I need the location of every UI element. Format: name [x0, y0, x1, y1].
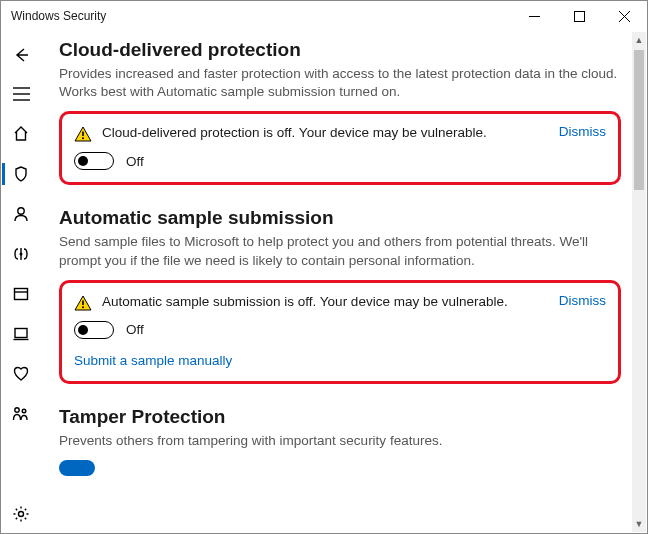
- svg-rect-1: [575, 11, 585, 21]
- nav-family[interactable]: [1, 395, 41, 433]
- sidebar: [1, 31, 41, 533]
- app-browser-icon: [12, 285, 30, 303]
- auto-sample-toggle[interactable]: [74, 321, 114, 339]
- nav-menu-button[interactable]: [1, 75, 41, 113]
- dismiss-link[interactable]: Dismiss: [559, 293, 606, 308]
- section-heading: Cloud-delivered protection: [59, 39, 621, 61]
- section-desc: Prevents others from tampering with impo…: [59, 432, 621, 450]
- section-heading: Tamper Protection: [59, 406, 621, 428]
- svg-rect-9: [15, 289, 28, 300]
- dismiss-link[interactable]: Dismiss: [559, 124, 606, 139]
- back-button[interactable]: [1, 37, 41, 73]
- content-area: Cloud-delivered protection Provides incr…: [41, 31, 647, 533]
- back-arrow-icon: [12, 46, 30, 64]
- nav-device-performance[interactable]: [1, 355, 41, 393]
- nav-device-security[interactable]: [1, 315, 41, 353]
- section-auto-sample: Automatic sample submission Send sample …: [59, 207, 621, 383]
- svg-point-15: [19, 512, 24, 517]
- svg-point-13: [15, 408, 19, 412]
- app-body: Cloud-delivered protection Provides incr…: [1, 31, 647, 533]
- nav-home[interactable]: [1, 115, 41, 153]
- family-icon: [11, 405, 31, 423]
- toggle-state-label: Off: [126, 322, 144, 337]
- scrollbar-thumb[interactable]: [634, 50, 644, 190]
- network-icon: [11, 245, 31, 263]
- section-desc: Send sample files to Microsoft to help p…: [59, 233, 621, 269]
- section-tamper: Tamper Protection Prevents others from t…: [59, 406, 621, 476]
- cloud-toggle[interactable]: [74, 152, 114, 170]
- nav-app-browser[interactable]: [1, 275, 41, 313]
- svg-point-8: [20, 253, 23, 256]
- shield-icon: [12, 165, 30, 183]
- nav-account[interactable]: [1, 195, 41, 233]
- submit-sample-link[interactable]: Submit a sample manually: [74, 353, 232, 368]
- svg-point-7: [18, 208, 24, 214]
- toggle-state-label: Off: [126, 154, 144, 169]
- scroll-up-icon[interactable]: ▲: [632, 32, 646, 48]
- warning-icon: [74, 126, 92, 142]
- heart-icon: [12, 365, 30, 383]
- titlebar: Windows Security: [1, 1, 647, 31]
- maximize-button[interactable]: [557, 1, 602, 31]
- warning-text: Cloud-delivered protection is off. Your …: [102, 124, 549, 142]
- nav-settings[interactable]: [1, 495, 41, 533]
- warning-block-cloud: Cloud-delivered protection is off. Your …: [59, 111, 621, 185]
- warning-icon: [74, 295, 92, 311]
- svg-point-17: [82, 138, 84, 140]
- svg-point-19: [82, 306, 84, 308]
- section-cloud-protection: Cloud-delivered protection Provides incr…: [59, 39, 621, 185]
- window-title: Windows Security: [11, 9, 106, 23]
- nav-firewall[interactable]: [1, 235, 41, 273]
- section-heading: Automatic sample submission: [59, 207, 621, 229]
- svg-point-14: [22, 409, 26, 413]
- device-icon: [12, 325, 30, 343]
- close-button[interactable]: [602, 1, 647, 31]
- minimize-button[interactable]: [512, 1, 557, 31]
- nav-virus-protection[interactable]: [1, 155, 41, 193]
- app-window: Windows Security: [0, 0, 648, 534]
- warning-block-auto: Automatic sample submission is off. Your…: [59, 280, 621, 384]
- section-desc: Provides increased and faster protection…: [59, 65, 621, 101]
- hamburger-icon: [13, 87, 30, 101]
- svg-rect-11: [15, 329, 27, 338]
- warning-text: Automatic sample submission is off. Your…: [102, 293, 549, 311]
- tamper-toggle-partial[interactable]: [59, 460, 95, 476]
- gear-icon: [12, 505, 30, 523]
- vertical-scrollbar[interactable]: ▲ ▼: [632, 32, 646, 532]
- home-icon: [12, 125, 30, 143]
- window-controls: [512, 1, 647, 31]
- person-icon: [12, 205, 30, 223]
- scroll-down-icon[interactable]: ▼: [632, 516, 646, 532]
